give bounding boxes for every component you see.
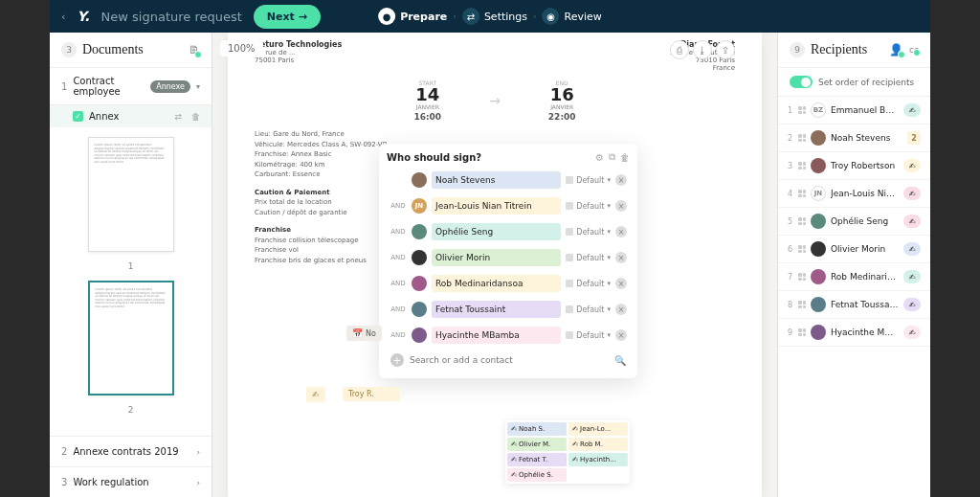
recipient-name: Troy Robertson: [831, 161, 899, 170]
document-item[interactable]: 2 Annexe contrats 2019 ›: [50, 436, 212, 466]
signature-status-icon: ✍: [903, 270, 921, 283]
remove-icon[interactable]: ×: [615, 226, 627, 237]
drag-handle-icon[interactable]: [798, 301, 806, 308]
signer-row[interactable]: AND Rob Medinaridansoa Default ▾ ×: [387, 272, 630, 295]
role-select[interactable]: Default ▾: [566, 305, 611, 314]
copy-icon[interactable]: ⧉: [609, 151, 615, 163]
recipient-row[interactable]: 7 Rob Medinaridansoa ✍: [778, 263, 930, 291]
document-text: Lieu: Gare du Nord, France Véhicule: Mer…: [255, 129, 389, 265]
signature-preview-grid: ✍ Noah S.✍ Jean-Lo...✍ Olivier M.✍ Rob M…: [505, 420, 630, 484]
signer-row[interactable]: AND Hyacinthe MBamba Default ▾ ×: [387, 324, 630, 347]
signer-row[interactable]: AND Olivier Morin Default ▾ ×: [387, 246, 630, 269]
avatar: [412, 172, 427, 188]
cc-icon[interactable]: cc: [909, 45, 919, 55]
recipient-name: Rob Medinaridansoa: [831, 272, 899, 282]
signer-row[interactable]: Noah Stevens Default ▾ ×: [387, 169, 630, 192]
signature-status-icon: ✍: [903, 187, 921, 200]
signature-preview: ✍ Fetnat T.: [507, 453, 567, 466]
document-item[interactable]: 1 Contract employee Annexe ▾: [50, 68, 212, 105]
remove-icon[interactable]: ×: [615, 329, 627, 341]
download-icon[interactable]: ⭳: [693, 40, 712, 59]
signer-name: Ophélie Seng: [432, 223, 561, 240]
back-icon[interactable]: ‹: [61, 11, 65, 23]
signature-preview: ✍ Ophélie S.: [507, 468, 567, 482]
role-select[interactable]: Default ▾: [566, 176, 611, 185]
delete-icon[interactable]: 🗑: [620, 152, 630, 163]
recipient-row[interactable]: 1 BZ Emmanuel Boute or René… ✍: [778, 97, 930, 124]
drag-handle-icon[interactable]: [798, 217, 806, 225]
recipient-name: Hyacinthe MBamba: [831, 328, 899, 337]
zoom-level[interactable]: 100%: [220, 40, 263, 56]
drag-handle-icon[interactable]: [798, 273, 806, 281]
signer-row[interactable]: AND Ophélie Seng Default ▾ ×: [387, 220, 630, 243]
signature-field-chip[interactable]: Troy R.: [343, 387, 400, 401]
settings-icon[interactable]: ⚙: [595, 152, 604, 163]
annex-item[interactable]: ✓ Annex ⇄ 🗑: [50, 105, 212, 127]
signer-row[interactable]: AND JN Jean-Louis Nian Titrein Default ▾…: [387, 194, 630, 217]
drag-handle-icon[interactable]: [798, 162, 806, 169]
recipient-row[interactable]: 6 Olivier Morin ✍: [778, 236, 930, 263]
recipient-row[interactable]: 2 Noah Stevens 2: [778, 124, 930, 152]
recipient-row[interactable]: 4 JN Jean-Louis Nian Titrein ✍: [778, 180, 930, 208]
chevron-icon: ›: [453, 11, 457, 21]
page-thumbnail-1[interactable]: Lorem ipsum dolor sit amet consectetur a…: [88, 137, 174, 252]
step-settings[interactable]: ⇄Settings: [462, 8, 527, 25]
remove-icon[interactable]: ×: [615, 200, 627, 212]
plus-icon[interactable]: +: [390, 353, 404, 367]
document-item[interactable]: 3 Work regulation ›: [50, 466, 212, 497]
drag-handle-icon[interactable]: [798, 190, 806, 197]
role-select[interactable]: Default ▾: [566, 331, 611, 340]
recipient-row[interactable]: 3 Troy Robertson ✍: [778, 152, 930, 180]
signer-name: Olivier Morin: [432, 249, 561, 266]
role-select[interactable]: Default ▾: [566, 254, 611, 262]
avatar: [811, 130, 826, 146]
recipient-row[interactable]: 9 Hyacinthe MBamba ✍: [778, 319, 930, 347]
avatar: [412, 302, 427, 317]
recipient-row[interactable]: 8 Fetnat Toussaint ✍: [778, 291, 930, 319]
set-order-toggle[interactable]: Set order of recipients: [778, 68, 930, 97]
add-recipient-icon[interactable]: 👤: [889, 43, 903, 56]
drag-handle-icon[interactable]: [798, 106, 806, 114]
drag-handle-icon[interactable]: [798, 245, 806, 253]
avatar: [412, 224, 427, 239]
calendar-icon: 📅: [352, 328, 363, 338]
add-signer-row[interactable]: + 🔍: [387, 350, 630, 371]
next-button[interactable]: Next →: [254, 5, 321, 29]
print-icon[interactable]: ⎙: [670, 40, 689, 59]
role-select[interactable]: Default ▾: [566, 280, 611, 288]
signature-status-icon: ✍: [903, 298, 921, 311]
role-select[interactable]: Default ▾: [566, 228, 611, 237]
drag-handle-icon[interactable]: [798, 134, 806, 142]
signature-preview: ✍ Olivier M.: [507, 438, 567, 451]
signer-row[interactable]: AND Fetnat Toussaint Default ▾ ×: [387, 298, 630, 321]
avatar: [412, 328, 427, 343]
delete-icon[interactable]: 🗑: [191, 112, 200, 122]
avatar: [811, 297, 826, 312]
step-review[interactable]: ◉Review: [543, 8, 602, 25]
role-select[interactable]: Default ▾: [566, 202, 611, 211]
remove-icon[interactable]: ×: [615, 304, 627, 315]
signature-preview: ✍ Jean-Lo...: [568, 422, 628, 436]
who-should-sign-panel: Who should sign? ⚙ ⧉ 🗑 Noah Stevens Defa…: [379, 144, 637, 378]
avatar: [412, 250, 427, 265]
remove-icon[interactable]: ×: [615, 278, 627, 289]
field-count: 2: [907, 131, 921, 145]
swap-icon[interactable]: ⇄: [174, 112, 182, 122]
add-document-icon[interactable]: 🗎: [189, 43, 200, 56]
recipients-title: Recipients: [811, 42, 883, 57]
signer-name: Noah Stevens: [432, 171, 561, 189]
search-input[interactable]: [410, 355, 609, 365]
arrow-icon: →: [489, 93, 501, 108]
step-prepare[interactable]: ●Prepare: [378, 8, 447, 25]
signature-field-chip[interactable]: ✍: [306, 387, 325, 402]
remove-icon[interactable]: ×: [615, 252, 627, 263]
avatar: [811, 158, 826, 173]
share-icon[interactable]: ⇪: [716, 40, 735, 59]
remove-icon[interactable]: ×: [615, 174, 627, 186]
search-icon: 🔍: [614, 355, 626, 366]
date-field-chip[interactable]: 📅No: [346, 326, 382, 341]
chevron-down-icon[interactable]: ▾: [196, 82, 200, 91]
page-thumbnail-2[interactable]: Lorem ipsum dolor sit amet consectetur a…: [88, 281, 174, 395]
recipient-row[interactable]: 5 Ophélie Seng ✍: [778, 208, 930, 236]
drag-handle-icon[interactable]: [798, 328, 806, 336]
